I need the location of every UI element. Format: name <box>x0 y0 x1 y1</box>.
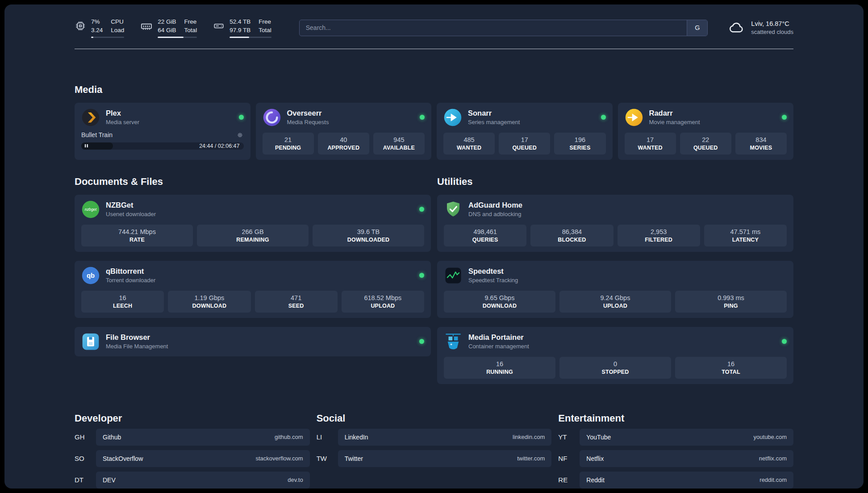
svg-text:nzbget: nzbget <box>85 207 97 212</box>
app-title: Media Portainer <box>468 333 776 342</box>
header-divider <box>75 49 793 49</box>
bookmark-dev[interactable]: DEV dev.to <box>96 472 310 489</box>
stat-upload: 618.52 MbpsUPLOAD <box>342 291 424 313</box>
bookmark-abbr: LI <box>317 433 338 441</box>
stat-filtered: 2,953FILTERED <box>618 225 700 246</box>
app-card-speedtest[interactable]: Speedtest Speedtest Tracking 9.65 GbpsDO… <box>437 261 793 318</box>
app-title: Sonarr <box>468 109 595 117</box>
app-title: Overseerr <box>287 109 414 117</box>
bookmark-linkedin[interactable]: LinkedIn linkedin.com <box>338 429 552 446</box>
app-title: File Browser <box>106 333 413 342</box>
speedtest-icon <box>444 266 463 285</box>
disk-total-label: Total <box>259 26 271 35</box>
stat-total: 16TOTAL <box>675 357 787 379</box>
bookmark-abbr: GH <box>75 433 96 441</box>
app-card-radarr[interactable]: Radarr Movie management 17WANTED 22QUEUE… <box>618 103 794 160</box>
portainer-icon <box>444 332 463 351</box>
gear-icon[interactable] <box>236 131 244 139</box>
app-title: AdGuard Home <box>468 201 787 209</box>
app-subtitle: Movie management <box>649 119 776 125</box>
weather-widget[interactable]: Lviv, 16.87°C scattered clouds <box>727 19 793 37</box>
ram-free-label: Free <box>184 18 197 26</box>
app-subtitle: Torrent downloader <box>106 277 413 284</box>
status-dot <box>782 339 787 344</box>
disk-metric: 52.4 TB Free 97.9 TB Total <box>213 18 271 38</box>
cpu-icon <box>75 20 86 32</box>
bookmark-reddit[interactable]: Reddit reddit.com <box>580 472 793 489</box>
pause-icon[interactable] <box>84 144 88 148</box>
search-bar: G <box>299 20 708 36</box>
stat-running: 16RUNNING <box>444 357 555 379</box>
filebrowser-icon <box>81 332 100 351</box>
sonarr-icon <box>443 108 462 127</box>
weather-condition: scattered clouds <box>751 29 793 35</box>
search-input[interactable] <box>300 20 687 36</box>
nzbget-icon: nzbget <box>81 200 100 219</box>
section-documents: Documents & Files nzbget NZBGet Usenet d… <box>75 176 431 393</box>
disk-total: 97.9 TB <box>230 26 250 35</box>
disk-usage-bar <box>230 37 271 38</box>
bookmark-abbr: RE <box>558 476 580 484</box>
stat-upload: 9.24 GbpsUPLOAD <box>559 291 671 313</box>
top-bar: 7% CPU 3.24 Load 22 GiB Free 64 Gi <box>75 18 793 38</box>
bookmark-abbr: NF <box>558 455 580 462</box>
stat-series: 196SERIES <box>554 133 605 155</box>
app-subtitle: Media File Management <box>106 343 413 350</box>
stat-ping: 0.993 msPING <box>675 291 787 313</box>
bookmark-abbr: DT <box>75 476 96 484</box>
bookmark-stackoverflow[interactable]: StackOverflow stackoverflow.com <box>96 450 310 467</box>
bookmark-group-entertainment: Entertainment YT YouTube youtube.com NF … <box>558 413 793 489</box>
app-title: Plex <box>106 109 233 117</box>
cpu-label: CPU <box>111 18 124 26</box>
ram-total-label: Total <box>184 26 197 35</box>
adguard-icon <box>444 200 463 219</box>
ram-usage-bar <box>158 37 197 38</box>
stat-wanted: 17WANTED <box>625 133 676 155</box>
bookmark-github[interactable]: Github github.com <box>96 429 310 446</box>
cpu-usage-bar <box>91 37 124 38</box>
stat-queued: 22QUEUED <box>680 133 731 155</box>
stat-download: 1.19 GbpsDOWNLOAD <box>168 291 250 313</box>
social-section-title: Social <box>317 413 552 424</box>
section-media: Media Plex Media server Bullet Train <box>75 84 793 160</box>
status-dot <box>419 273 424 278</box>
app-card-qbittorrent[interactable]: qb qBittorrent Torrent downloader 16LEEC… <box>75 261 431 318</box>
dashboard-panel: 7% CPU 3.24 Load 22 GiB Free 64 Gi <box>4 4 864 489</box>
ram-free: 22 GiB <box>158 18 176 26</box>
app-card-filebrowser[interactable]: File Browser Media File Management <box>75 327 431 356</box>
stat-remaining: 266 GBREMAINING <box>197 225 309 246</box>
app-card-overseerr[interactable]: Overseerr Media Requests 21PENDING 40APP… <box>256 103 432 160</box>
app-title: Radarr <box>649 109 776 117</box>
status-dot <box>419 339 424 344</box>
cpu-load-label: Load <box>111 26 124 35</box>
documents-section-title: Documents & Files <box>75 176 431 188</box>
app-title: qBittorrent <box>106 267 413 276</box>
bookmark-twitter[interactable]: Twitter twitter.com <box>338 450 552 467</box>
app-card-plex[interactable]: Plex Media server Bullet Train <box>75 103 250 160</box>
ram-icon <box>140 20 153 33</box>
stat-blocked: 86,384BLOCKED <box>530 225 613 246</box>
app-card-sonarr[interactable]: Sonarr Series management 485WANTED 17QUE… <box>437 103 613 160</box>
stat-queued: 17QUEUED <box>499 133 550 155</box>
cpu-metric: 7% CPU 3.24 Load <box>75 18 124 38</box>
app-card-nzbget[interactable]: nzbget NZBGet Usenet downloader 744.21 M… <box>75 195 431 252</box>
bookmark-netflix[interactable]: Netflix netflix.com <box>580 450 793 467</box>
radarr-icon <box>625 108 643 127</box>
ram-metric: 22 GiB Free 64 GiB Total <box>140 18 197 38</box>
app-subtitle: Media server <box>106 119 233 125</box>
app-card-adguard[interactable]: AdGuard Home DNS and adblocking 498,461Q… <box>437 195 793 252</box>
app-card-portainer[interactable]: Media Portainer Container management 16R… <box>437 327 793 384</box>
ram-total: 64 GiB <box>158 26 176 35</box>
playback-progress-bar[interactable]: 24:44 / 02:06:47 <box>81 142 244 150</box>
stat-pending: 21PENDING <box>263 133 314 155</box>
status-dot <box>419 207 424 212</box>
media-section-title: Media <box>75 84 793 96</box>
search-engine-button[interactable]: G <box>687 20 707 36</box>
bookmark-youtube[interactable]: YouTube youtube.com <box>580 429 793 446</box>
stat-rate: 744.21 MbpsRATE <box>81 225 193 246</box>
stat-movies: 834MOVIES <box>735 133 787 155</box>
app-subtitle: Container management <box>468 343 776 350</box>
now-playing-title: Bullet Train <box>81 131 113 138</box>
stat-leech: 16LEECH <box>81 291 164 313</box>
bookmark-abbr: TW <box>317 455 338 462</box>
